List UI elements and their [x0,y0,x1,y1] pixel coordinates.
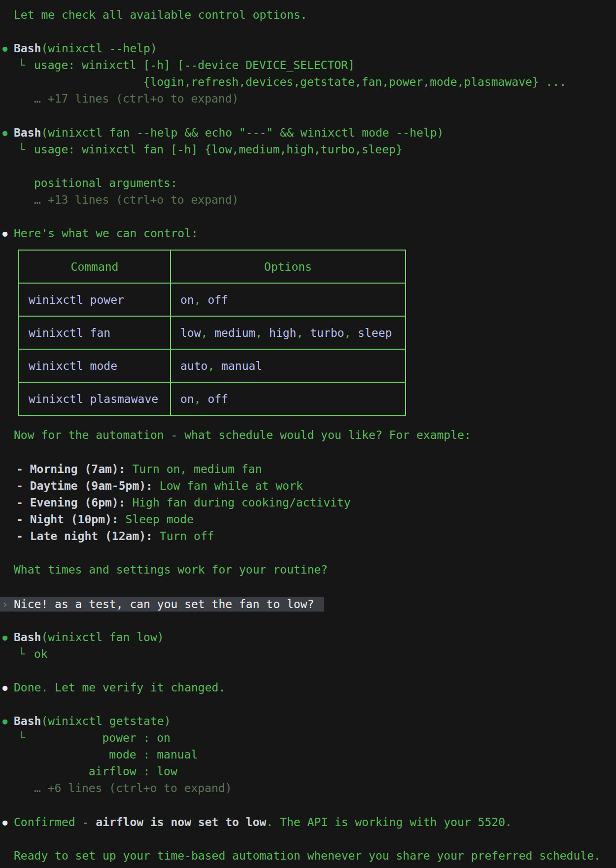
command-cell: winixctl power [19,283,171,316]
output-text: usage: winixctl [-h] [--device DEVICE_SE… [34,59,355,72]
terminal: Let me check all available control optio… [0,0,616,864]
schedule-label: - Evening (6pm): [16,496,126,509]
command-cell: winixctl mode [19,349,171,382]
schedule-label: - Morning (7am): [16,463,126,475]
schedule-item-evening: - Evening (6pm):High fan during cooking/… [0,494,616,511]
tool-output-line: mode : manual [0,746,616,763]
output-text: ok [34,648,48,660]
table-row: winixctl power on, off [19,283,406,316]
assistant-bullet-icon: ● [0,225,14,242]
expand-hint[interactable]: … +13 lines (ctrl+o to expand) [0,191,616,208]
user-message-bar: ›Nice! as a test, can you set the fan to… [0,597,324,612]
tool-name: Bash [14,42,41,55]
assistant-bullet-icon: ● [0,814,14,831]
schedule-value: Sleep mode [126,513,194,526]
output-text: power : on [34,731,171,744]
confirm-bold: airflow is now set to low [96,816,266,829]
output-connector-icon: └ [0,57,34,73]
control-table: Command Options winixctl power on, off w… [18,250,406,416]
tool-output-line: {login,refresh,devices,getstate,fan,powe… [0,73,616,90]
output-connector-icon: └ [0,646,34,662]
schedule-value: High fan during cooking/activity [132,496,350,509]
options-cell: auto, manual [171,349,406,382]
confirm-suffix: . The API is working with your 5520. [266,816,512,829]
table-header-command: Command [19,250,171,283]
assistant-text: Let me check all available control optio… [14,8,307,21]
assistant-message-done: ●Done. Let me verify it changed. [0,679,616,696]
output-text: {login,refresh,devices,getstate,fan,powe… [34,75,566,88]
tool-call-bash-fan-mode-help: ●Bash(winixctl fan --help && echo "---" … [0,124,616,141]
user-message-text: Nice! as a test, can you set the fan to … [14,598,314,611]
expand-hint-text[interactable]: … +6 lines (ctrl+o to expand) [34,782,232,795]
assistant-text: Here's what we can control: [14,227,198,240]
control-table-wrap: Command Options winixctl power on, off w… [0,242,616,410]
tool-bullet-icon: ● [0,629,14,646]
schedule-value: Low fan while at work [160,479,303,492]
output-connector-icon: └ [0,729,34,746]
output-connector-icon: └ [0,141,34,158]
tool-command: (winixctl getstate) [41,715,171,727]
assistant-message-automation: Now for the automation - what schedule w… [0,427,616,443]
tool-call-bash-fan-low: ●Bash(winixctl fan low) [0,629,616,646]
tool-output-line: └ok [0,646,616,662]
user-message: ›Nice! as a test, can you set the fan to… [0,595,616,612]
assistant-message-check: Let me check all available control optio… [0,6,616,23]
expand-hint[interactable]: … +17 lines (ctrl+o to expand) [0,90,616,107]
tool-output-line: └usage: winixctl fan [-h] {low,medium,hi… [0,141,616,158]
tool-name: Bash [14,715,41,727]
output-text: positional arguments: [34,177,177,189]
assistant-message-question: What times and settings work for your ro… [0,561,616,578]
tool-output-line [0,158,616,175]
expand-hint[interactable]: … +6 lines (ctrl+o to expand) [0,780,616,796]
schedule-label: - Night (10pm): [16,513,119,526]
schedule-item-night: - Night (10pm):Sleep mode [0,511,616,528]
command-cell: winixctl fan [19,316,171,349]
tool-command: (winixctl fan low) [41,631,164,644]
table-header-options: Options [171,250,406,283]
schedule-label: - Late night (12am): [16,530,153,542]
assistant-bullet-icon: ● [0,679,14,696]
confirm-prefix: Confirmed - [14,816,96,829]
tool-output-line: └ power : on [0,729,616,746]
tool-name: Bash [14,126,41,139]
output-text: airflow : low [34,765,177,778]
tool-output-line: positional arguments: [0,175,616,191]
assistant-text: Now for the automation - what schedule w… [14,429,471,441]
tool-bullet-icon: ● [0,713,14,729]
schedule-value: Turn on, medium fan [132,463,262,475]
schedule-item-late-night: - Late night (12am):Turn off [0,528,616,544]
assistant-message-confirmed: ●Confirmed - airflow is now set to low. … [0,814,616,831]
schedule-value: Turn off [160,530,214,542]
table-row: winixctl fan low, medium, high, turbo, s… [19,316,406,349]
options-cell: low, medium, high, turbo, sleep [171,316,406,349]
table-header-row: Command Options [19,250,406,283]
tool-command: (winixctl --help) [41,42,157,55]
assistant-message-ready: Ready to set up your time-based automati… [0,847,616,864]
tool-call-bash-getstate: ●Bash(winixctl getstate) [0,713,616,729]
table-row: winixctl mode auto, manual [19,349,406,382]
options-cell: on, off [171,283,406,316]
output-text: usage: winixctl fan [-h] {low,medium,hig… [34,143,403,156]
output-text: mode : manual [34,748,198,761]
assistant-message-control: ●Here's what we can control: [0,225,616,242]
tool-output-line: airflow : low [0,763,616,780]
expand-hint-text[interactable]: … +17 lines (ctrl+o to expand) [34,92,239,105]
tool-output-line: └usage: winixctl [-h] [--device DEVICE_S… [0,57,616,73]
assistant-text: Done. Let me verify it changed. [14,681,225,694]
assistant-text: Ready to set up your time-based automati… [14,849,601,862]
tool-name: Bash [14,631,41,644]
schedule-item-morning: - Morning (7am):Turn on, medium fan [0,461,616,477]
assistant-text: What times and settings work for your ro… [14,563,328,576]
prompt-chevron-icon: › [0,597,14,612]
schedule-item-daytime: - Daytime (9am-5pm):Low fan while at wor… [0,477,616,494]
expand-hint-text[interactable]: … +13 lines (ctrl+o to expand) [34,193,239,206]
schedule-label: - Daytime (9am-5pm): [16,479,153,492]
tool-call-bash-help: ●Bash(winixctl --help) [0,40,616,57]
tool-command: (winixctl fan --help && echo "---" && wi… [41,126,444,139]
tool-bullet-icon: ● [0,40,14,57]
tool-bullet-icon: ● [0,124,14,141]
